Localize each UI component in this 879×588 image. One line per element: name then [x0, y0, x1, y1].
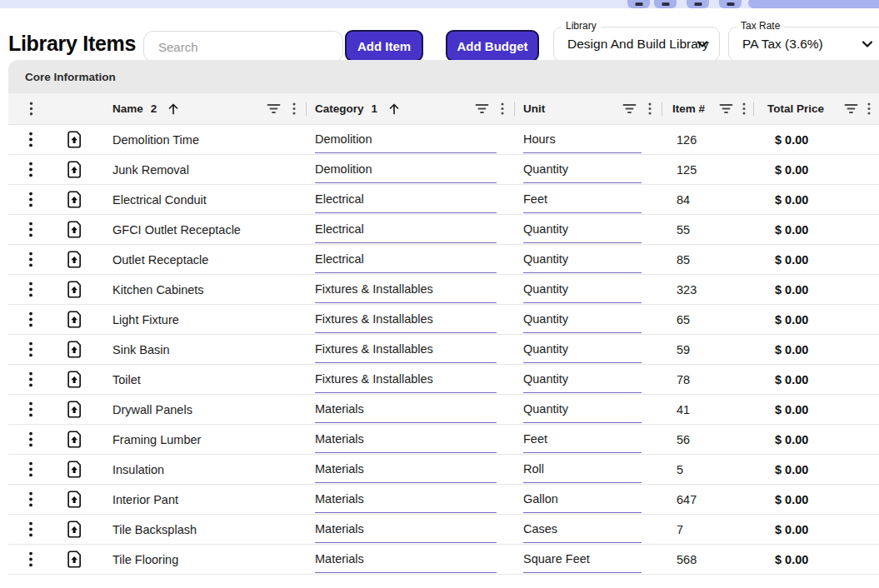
category-field[interactable]: Materials: [315, 401, 497, 423]
category-field[interactable]: Electrical: [315, 191, 497, 213]
unit-field[interactable]: Square Feet: [523, 551, 642, 573]
kebab-menu-icon[interactable]: [28, 162, 33, 177]
item-number: 5: [662, 455, 754, 484]
unit-field[interactable]: Quantity: [523, 311, 642, 333]
unit-field[interactable]: Quantity: [523, 371, 642, 393]
kebab-menu-icon[interactable]: [28, 341, 33, 357]
kebab-menu-icon[interactable]: [648, 102, 652, 115]
file-upload-icon[interactable]: [67, 251, 82, 268]
column-header-item-number[interactable]: Item #: [662, 93, 754, 124]
kebab-menu-icon[interactable]: [29, 102, 33, 116]
file-upload-icon[interactable]: [67, 311, 82, 328]
file-upload-icon[interactable]: [67, 191, 82, 208]
toolbar-button[interactable]: [627, 0, 650, 8]
unit-field[interactable]: Hours: [523, 131, 642, 153]
unit-field[interactable]: Feet: [523, 431, 642, 453]
category-field[interactable]: Fixtures & Installables: [315, 371, 497, 393]
unit-field[interactable]: Quantity: [523, 281, 642, 303]
unit-field[interactable]: Cases: [523, 521, 642, 543]
file-upload-icon[interactable]: [67, 491, 82, 508]
kebab-menu-icon[interactable]: [28, 132, 33, 147]
kebab-menu-icon[interactable]: [867, 102, 871, 115]
unit-field[interactable]: Quantity: [523, 221, 642, 243]
unit-field[interactable]: Quantity: [523, 251, 642, 273]
search-input[interactable]: [143, 31, 343, 62]
item-number: 323: [662, 275, 754, 304]
category-field[interactable]: Materials: [315, 461, 497, 483]
kebab-menu-icon[interactable]: [28, 222, 33, 237]
unit-field[interactable]: Quantity: [523, 161, 642, 183]
file-upload-icon[interactable]: [67, 551, 82, 568]
kebab-menu-icon[interactable]: [28, 371, 33, 387]
kebab-menu-icon[interactable]: [28, 431, 33, 447]
unit-cell: Gallon: [515, 485, 662, 514]
filter-icon[interactable]: [622, 103, 637, 114]
file-upload-icon[interactable]: [67, 521, 82, 538]
category-field[interactable]: Electrical: [315, 221, 497, 243]
total-price: $ 0.00: [754, 455, 879, 484]
toolbar-button[interactable]: [654, 0, 677, 8]
category-field[interactable]: Demolition: [315, 131, 497, 153]
kebab-menu-icon[interactable]: [28, 311, 33, 327]
column-header-category[interactable]: Category 1: [307, 93, 515, 124]
item-name: GFCI Outlet Receptacle: [96, 215, 307, 244]
category-cell: Materials: [307, 455, 515, 484]
item-number: 56: [662, 425, 754, 454]
category-field[interactable]: Fixtures & Installables: [315, 311, 497, 333]
category-field[interactable]: Fixtures & Installables: [315, 341, 497, 363]
file-upload-icon[interactable]: [67, 431, 82, 448]
kebab-menu-icon[interactable]: [28, 491, 33, 507]
file-upload-icon[interactable]: [67, 461, 82, 478]
kebab-menu-icon[interactable]: [28, 551, 33, 567]
tax-rate-select[interactable]: Tax Rate PA Tax (3.6%): [728, 27, 879, 62]
file-upload-icon[interactable]: [67, 341, 82, 358]
file-upload-icon[interactable]: [67, 131, 82, 148]
column-header-name[interactable]: Name 2: [96, 93, 307, 124]
total-price: $ 0.00: [754, 425, 879, 454]
column-header-unit[interactable]: Unit: [515, 93, 662, 124]
category-cell: Demolition: [307, 155, 515, 184]
file-upload-icon[interactable]: [67, 281, 82, 298]
kebab-menu-icon[interactable]: [292, 102, 296, 115]
add-item-button[interactable]: Add Item: [345, 30, 423, 62]
file-upload-icon[interactable]: [67, 221, 82, 238]
column-header-total-price[interactable]: Total Price: [754, 93, 879, 124]
category-field[interactable]: Fixtures & Installables: [315, 281, 497, 303]
file-upload-icon[interactable]: [67, 401, 82, 418]
toolbar-button[interactable]: [687, 0, 709, 8]
category-field[interactable]: Materials: [315, 551, 497, 573]
kebab-menu-icon[interactable]: [28, 252, 33, 267]
toolbar-pill[interactable]: [748, 0, 879, 8]
kebab-menu-icon[interactable]: [28, 401, 33, 417]
library-select[interactable]: Library Design And Build Library: [553, 27, 720, 62]
filter-icon[interactable]: [267, 103, 281, 114]
unit-field[interactable]: Gallon: [523, 491, 642, 513]
file-upload-icon[interactable]: [67, 161, 82, 178]
kebab-menu-icon[interactable]: [28, 282, 33, 297]
kebab-menu-icon[interactable]: [501, 102, 504, 115]
category-field[interactable]: Electrical: [315, 251, 497, 273]
unit-field[interactable]: Quantity: [523, 401, 642, 423]
category-field[interactable]: Materials: [315, 521, 497, 543]
file-upload-icon[interactable]: [67, 371, 82, 388]
row-file-cell: [53, 155, 96, 184]
filter-icon[interactable]: [719, 103, 733, 114]
unit-field[interactable]: Feet: [523, 191, 642, 213]
kebab-menu-icon[interactable]: [28, 461, 33, 477]
toolbar-button[interactable]: [719, 0, 742, 8]
table-row: Framing Lumber Materials Feet 56 $ 0.00: [8, 425, 879, 455]
filter-icon[interactable]: [475, 103, 489, 114]
kebab-menu-icon[interactable]: [28, 192, 33, 207]
category-field[interactable]: Materials: [315, 491, 497, 513]
unit-field[interactable]: Roll: [523, 461, 642, 483]
table-row: Electrical Conduit Electrical Feet 84 $ …: [8, 185, 879, 215]
row-menu-cell: [8, 545, 53, 574]
unit-field[interactable]: Quantity: [523, 341, 642, 363]
category-field[interactable]: Demolition: [315, 161, 497, 183]
add-budget-button[interactable]: Add Budget: [446, 30, 539, 62]
filter-icon[interactable]: [844, 103, 858, 114]
kebab-menu-icon[interactable]: [742, 102, 746, 115]
kebab-menu-icon[interactable]: [28, 521, 33, 537]
category-field[interactable]: Materials: [315, 431, 497, 453]
row-file-cell: [53, 485, 96, 514]
